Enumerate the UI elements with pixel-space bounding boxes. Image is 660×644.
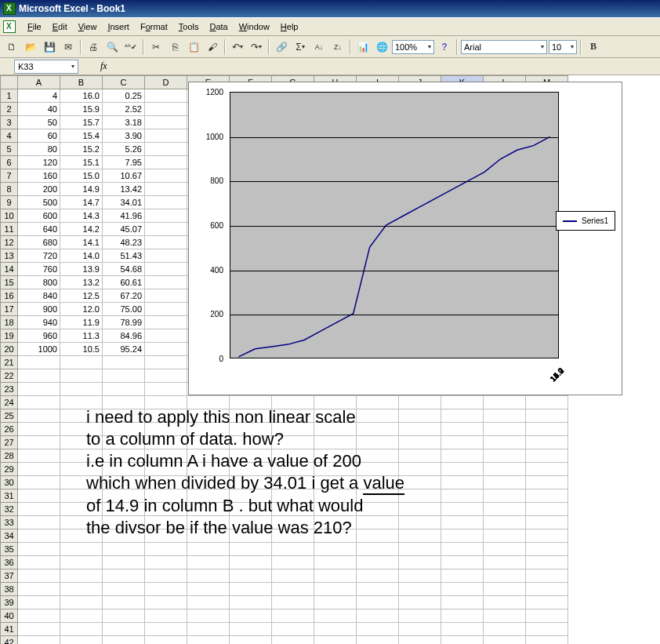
cell-L38[interactable]	[484, 583, 526, 596]
embedded-chart[interactable]: 020040060080010001200 16.015.715.215.014…	[188, 82, 622, 395]
cell-B6[interactable]: 15.1	[60, 156, 103, 169]
cell-A6[interactable]: 120	[18, 156, 60, 169]
cell-H35[interactable]	[314, 543, 357, 556]
menu-view[interactable]: View	[73, 20, 103, 33]
worksheet-area[interactable]: ABCDEFGHIJKLM1416.00.2524015.92.5235015.…	[0, 75, 660, 644]
cell-D11[interactable]	[145, 223, 187, 236]
cell-B3[interactable]: 15.7	[60, 116, 103, 129]
cell-D35[interactable]	[145, 543, 187, 556]
cell-C2[interactable]: 2.52	[103, 103, 145, 116]
cell-M37[interactable]	[526, 569, 568, 583]
row-header-33[interactable]: 33	[1, 516, 18, 529]
cell-A32[interactable]	[18, 503, 60, 516]
cell-M28[interactable]	[526, 449, 568, 463]
row-header-6[interactable]: 6	[1, 156, 18, 169]
cell-G41[interactable]	[272, 623, 314, 636]
preview-button[interactable]: 🔍	[103, 38, 121, 56]
cell-A8[interactable]: 200	[18, 183, 60, 196]
format-painter-button[interactable]: 🖌	[204, 38, 221, 56]
cell-M35[interactable]	[526, 543, 568, 556]
document-icon[interactable]	[3, 20, 16, 33]
row-header-31[interactable]: 31	[1, 489, 18, 503]
cell-B9[interactable]: 14.7	[60, 196, 103, 209]
cell-F35[interactable]	[230, 543, 272, 556]
cell-B36[interactable]	[60, 556, 103, 569]
cell-A4[interactable]: 60	[18, 129, 60, 143]
cell-K40[interactable]	[441, 609, 484, 623]
cell-H39[interactable]	[314, 596, 357, 609]
cell-D3[interactable]	[145, 116, 187, 129]
row-header-8[interactable]: 8	[1, 183, 18, 196]
col-header-A[interactable]: A	[18, 76, 60, 89]
help-button[interactable]: ?	[436, 38, 453, 56]
cell-M34[interactable]	[526, 529, 568, 543]
cell-K39[interactable]	[441, 596, 484, 609]
cell-A30[interactable]	[18, 476, 60, 489]
cell-A2[interactable]: 40	[18, 103, 60, 116]
cell-M27[interactable]	[526, 436, 568, 449]
cell-C17[interactable]: 75.00	[103, 303, 145, 316]
cell-A16[interactable]: 840	[18, 289, 60, 303]
cell-K41[interactable]	[441, 623, 484, 636]
cell-E36[interactable]	[187, 556, 230, 569]
cell-D21[interactable]	[145, 356, 187, 369]
cell-A39[interactable]	[18, 596, 60, 609]
row-header-34[interactable]: 34	[1, 529, 18, 543]
row-header-7[interactable]: 7	[1, 169, 18, 183]
cell-M32[interactable]	[526, 503, 568, 516]
cell-C39[interactable]	[103, 596, 145, 609]
cell-E39[interactable]	[187, 596, 230, 609]
cell-B20[interactable]: 10.5	[60, 343, 103, 356]
row-header-11[interactable]: 11	[1, 223, 18, 236]
cell-M42[interactable]	[526, 636, 568, 645]
cell-C4[interactable]: 3.90	[103, 129, 145, 143]
cell-A18[interactable]: 940	[18, 316, 60, 329]
cell-D15[interactable]	[145, 276, 187, 289]
cell-B7[interactable]: 15.0	[60, 169, 103, 183]
row-header-30[interactable]: 30	[1, 476, 18, 489]
row-header-40[interactable]: 40	[1, 609, 18, 623]
cell-M39[interactable]	[526, 596, 568, 609]
autosum-button[interactable]: Σ▾	[292, 38, 309, 56]
cell-C21[interactable]	[103, 356, 145, 369]
cell-C14[interactable]: 54.68	[103, 263, 145, 276]
cell-D40[interactable]	[145, 609, 187, 623]
cell-H36[interactable]	[314, 556, 357, 569]
spellcheck-button[interactable]: ᴬᴮ✔	[122, 38, 140, 56]
cell-E41[interactable]	[187, 623, 230, 636]
cell-C18[interactable]: 78.99	[103, 316, 145, 329]
row-header-9[interactable]: 9	[1, 196, 18, 209]
cell-G39[interactable]	[272, 596, 314, 609]
cell-G38[interactable]	[272, 583, 314, 596]
cell-D41[interactable]	[145, 623, 187, 636]
cell-A35[interactable]	[18, 543, 60, 556]
select-all-corner[interactable]	[1, 76, 18, 89]
cell-D5[interactable]	[145, 143, 187, 156]
cell-D4[interactable]	[145, 129, 187, 143]
row-header-4[interactable]: 4	[1, 129, 18, 143]
row-header-24[interactable]: 24	[1, 396, 18, 409]
cell-F42[interactable]	[230, 636, 272, 645]
menu-edit[interactable]: Edit	[47, 20, 73, 33]
cell-D38[interactable]	[145, 583, 187, 596]
cell-J39[interactable]	[399, 596, 441, 609]
cell-L36[interactable]	[484, 556, 526, 569]
row-header-13[interactable]: 13	[1, 249, 18, 263]
row-header-21[interactable]: 21	[1, 356, 18, 369]
cell-C40[interactable]	[103, 609, 145, 623]
cut-button[interactable]: ✂	[147, 38, 165, 56]
cell-J37[interactable]	[399, 569, 441, 583]
cell-M31[interactable]	[526, 489, 568, 503]
menu-format[interactable]: Format	[135, 20, 173, 33]
cell-M30[interactable]	[526, 476, 568, 489]
cell-A31[interactable]	[18, 489, 60, 503]
cell-B8[interactable]: 14.9	[60, 183, 103, 196]
cell-A19[interactable]: 960	[18, 329, 60, 343]
cell-C9[interactable]: 34.01	[103, 196, 145, 209]
col-header-D[interactable]: D	[145, 76, 187, 89]
cell-K42[interactable]	[441, 636, 484, 645]
cell-F41[interactable]	[230, 623, 272, 636]
cell-C3[interactable]: 3.18	[103, 116, 145, 129]
row-header-28[interactable]: 28	[1, 449, 18, 463]
cell-C20[interactable]: 95.24	[103, 343, 145, 356]
